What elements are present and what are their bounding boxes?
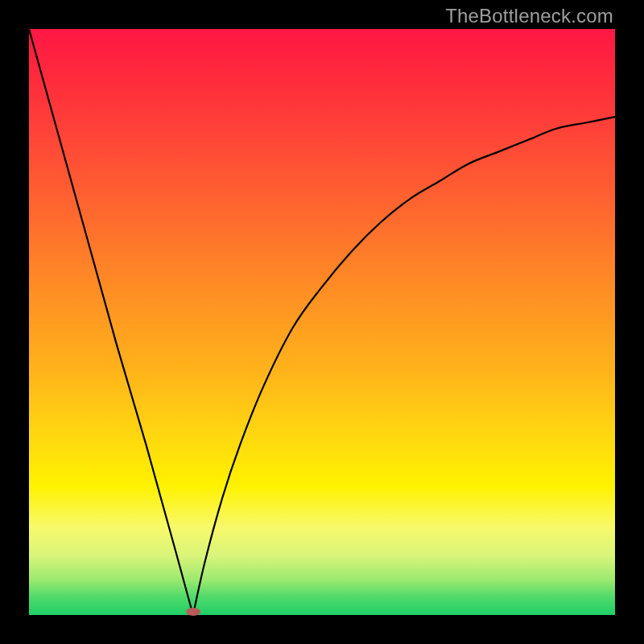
watermark-text: TheBottleneck.com xyxy=(445,5,613,27)
plot-area xyxy=(29,29,615,615)
curve-path xyxy=(29,29,615,615)
bottleneck-curve xyxy=(29,29,615,615)
chart-frame: TheBottleneck.com xyxy=(0,0,644,644)
minimum-marker xyxy=(186,608,200,616)
